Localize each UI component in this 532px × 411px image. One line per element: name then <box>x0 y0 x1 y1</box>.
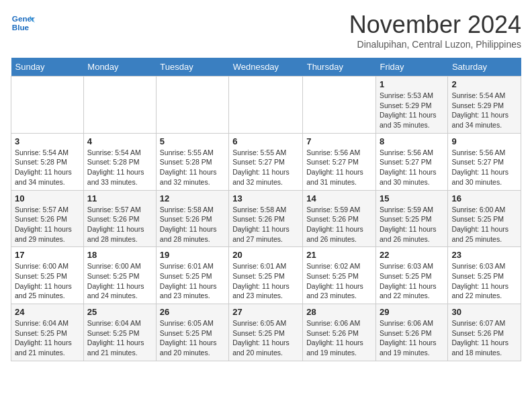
calendar-cell <box>229 77 303 134</box>
calendar-cell: 29Sunrise: 6:06 AM Sunset: 5:26 PM Dayli… <box>375 304 447 361</box>
month-title: November 2024 <box>349 11 521 39</box>
day-detail: Sunrise: 5:56 AM Sunset: 5:27 PM Dayligh… <box>451 148 517 187</box>
calendar-cell: 5Sunrise: 5:55 AM Sunset: 5:28 PM Daylig… <box>156 133 228 190</box>
day-number: 11 <box>87 193 152 203</box>
day-number: 30 <box>451 307 517 317</box>
calendar-cell: 17Sunrise: 6:00 AM Sunset: 5:25 PM Dayli… <box>11 247 84 304</box>
day-number: 1 <box>380 79 444 89</box>
calendar-cell: 13Sunrise: 5:58 AM Sunset: 5:26 PM Dayli… <box>229 190 303 247</box>
day-detail: Sunrise: 5:55 AM Sunset: 5:27 PM Dayligh… <box>232 148 299 187</box>
day-number: 6 <box>232 136 299 146</box>
day-detail: Sunrise: 6:03 AM Sunset: 5:25 PM Dayligh… <box>380 261 444 301</box>
day-number: 25 <box>87 307 152 317</box>
location: Dinalupihan, Central Luzon, Philippines <box>349 39 521 50</box>
calendar-cell: 22Sunrise: 6:03 AM Sunset: 5:25 PM Dayli… <box>375 247 447 304</box>
day-detail: Sunrise: 5:56 AM Sunset: 5:27 PM Dayligh… <box>380 148 444 187</box>
calendar-cell: 20Sunrise: 6:01 AM Sunset: 5:25 PM Dayli… <box>229 247 303 304</box>
logo: General Blue <box>11 11 35 35</box>
calendar-cell: 3Sunrise: 5:54 AM Sunset: 5:28 PM Daylig… <box>11 133 84 190</box>
header-day: Sunday <box>11 58 84 77</box>
day-number: 29 <box>380 307 444 317</box>
day-number: 13 <box>232 193 299 203</box>
day-number: 18 <box>87 250 152 260</box>
day-detail: Sunrise: 5:54 AM Sunset: 5:28 PM Dayligh… <box>87 148 152 187</box>
day-detail: Sunrise: 6:07 AM Sunset: 5:26 PM Dayligh… <box>451 318 517 358</box>
day-detail: Sunrise: 6:01 AM Sunset: 5:25 PM Dayligh… <box>232 261 299 301</box>
day-detail: Sunrise: 6:00 AM Sunset: 5:25 PM Dayligh… <box>15 261 80 301</box>
calendar-week: 24Sunrise: 6:04 AM Sunset: 5:25 PM Dayli… <box>11 304 521 361</box>
day-number: 14 <box>306 193 372 203</box>
page-header: General Blue November 2024 Dinalupihan, … <box>11 11 521 50</box>
calendar-cell: 21Sunrise: 6:02 AM Sunset: 5:25 PM Dayli… <box>303 247 376 304</box>
header-day: Monday <box>83 58 156 77</box>
calendar-table: SundayMondayTuesdayWednesdayThursdayFrid… <box>11 58 521 361</box>
day-detail: Sunrise: 6:00 AM Sunset: 5:25 PM Dayligh… <box>451 205 517 244</box>
day-detail: Sunrise: 5:56 AM Sunset: 5:27 PM Dayligh… <box>306 148 372 187</box>
calendar-cell: 16Sunrise: 6:00 AM Sunset: 5:25 PM Dayli… <box>448 190 521 247</box>
calendar-cell: 18Sunrise: 6:00 AM Sunset: 5:25 PM Dayli… <box>83 247 156 304</box>
day-number: 23 <box>451 250 517 260</box>
day-number: 17 <box>15 250 80 260</box>
calendar-cell: 10Sunrise: 5:57 AM Sunset: 5:26 PM Dayli… <box>11 190 84 247</box>
calendar-cell: 9Sunrise: 5:56 AM Sunset: 5:27 PM Daylig… <box>448 133 521 190</box>
day-detail: Sunrise: 5:57 AM Sunset: 5:26 PM Dayligh… <box>15 205 80 244</box>
day-number: 26 <box>160 307 225 317</box>
day-number: 15 <box>380 193 444 203</box>
day-number: 24 <box>15 307 80 317</box>
day-number: 21 <box>306 250 372 260</box>
day-number: 16 <box>451 193 517 203</box>
calendar-cell <box>83 77 156 134</box>
calendar-cell: 30Sunrise: 6:07 AM Sunset: 5:26 PM Dayli… <box>448 304 521 361</box>
day-number: 27 <box>232 307 299 317</box>
day-detail: Sunrise: 5:58 AM Sunset: 5:26 PM Dayligh… <box>160 205 225 244</box>
header-day: Friday <box>375 58 447 77</box>
calendar-cell: 15Sunrise: 5:59 AM Sunset: 5:25 PM Dayli… <box>375 190 447 247</box>
day-number: 22 <box>380 250 444 260</box>
calendar-cell: 11Sunrise: 5:57 AM Sunset: 5:26 PM Dayli… <box>83 190 156 247</box>
calendar-cell: 28Sunrise: 6:06 AM Sunset: 5:26 PM Dayli… <box>303 304 376 361</box>
svg-text:Blue: Blue <box>12 23 30 32</box>
day-detail: Sunrise: 5:55 AM Sunset: 5:28 PM Dayligh… <box>160 148 225 187</box>
day-number: 9 <box>451 136 517 146</box>
calendar-cell: 25Sunrise: 6:04 AM Sunset: 5:25 PM Dayli… <box>83 304 156 361</box>
day-detail: Sunrise: 6:01 AM Sunset: 5:25 PM Dayligh… <box>160 261 225 301</box>
header-day: Thursday <box>303 58 376 77</box>
calendar-cell <box>303 77 376 134</box>
day-number: 2 <box>451 79 517 89</box>
header-row: SundayMondayTuesdayWednesdayThursdayFrid… <box>11 58 521 77</box>
calendar-cell: 24Sunrise: 6:04 AM Sunset: 5:25 PM Dayli… <box>11 304 84 361</box>
day-number: 7 <box>306 136 372 146</box>
day-detail: Sunrise: 5:58 AM Sunset: 5:26 PM Dayligh… <box>232 205 299 244</box>
day-detail: Sunrise: 5:54 AM Sunset: 5:28 PM Dayligh… <box>15 148 80 187</box>
calendar-cell <box>156 77 228 134</box>
calendar-cell: 6Sunrise: 5:55 AM Sunset: 5:27 PM Daylig… <box>229 133 303 190</box>
day-detail: Sunrise: 6:06 AM Sunset: 5:26 PM Dayligh… <box>306 318 372 358</box>
day-detail: Sunrise: 5:57 AM Sunset: 5:26 PM Dayligh… <box>87 205 152 244</box>
day-number: 8 <box>380 136 444 146</box>
day-number: 12 <box>160 193 225 203</box>
day-number: 20 <box>232 250 299 260</box>
calendar-week: 10Sunrise: 5:57 AM Sunset: 5:26 PM Dayli… <box>11 190 521 247</box>
header-day: Tuesday <box>156 58 228 77</box>
day-number: 10 <box>15 193 80 203</box>
calendar-cell: 23Sunrise: 6:03 AM Sunset: 5:25 PM Dayli… <box>448 247 521 304</box>
day-detail: Sunrise: 6:05 AM Sunset: 5:25 PM Dayligh… <box>160 318 225 358</box>
day-detail: Sunrise: 6:03 AM Sunset: 5:25 PM Dayligh… <box>451 261 517 301</box>
day-number: 3 <box>15 136 80 146</box>
calendar-week: 1Sunrise: 5:53 AM Sunset: 5:29 PM Daylig… <box>11 77 521 134</box>
title-block: November 2024 Dinalupihan, Central Luzon… <box>349 11 521 50</box>
calendar-cell: 1Sunrise: 5:53 AM Sunset: 5:29 PM Daylig… <box>375 77 447 134</box>
day-detail: Sunrise: 5:53 AM Sunset: 5:29 PM Dayligh… <box>380 91 444 130</box>
logo-icon: General Blue <box>11 11 35 35</box>
day-number: 28 <box>306 307 372 317</box>
calendar-cell: 26Sunrise: 6:05 AM Sunset: 5:25 PM Dayli… <box>156 304 228 361</box>
calendar-week: 3Sunrise: 5:54 AM Sunset: 5:28 PM Daylig… <box>11 133 521 190</box>
day-detail: Sunrise: 6:00 AM Sunset: 5:25 PM Dayligh… <box>87 261 152 301</box>
day-detail: Sunrise: 6:06 AM Sunset: 5:26 PM Dayligh… <box>380 318 444 358</box>
header-day: Saturday <box>448 58 521 77</box>
calendar-cell: 2Sunrise: 5:54 AM Sunset: 5:29 PM Daylig… <box>448 77 521 134</box>
day-detail: Sunrise: 5:59 AM Sunset: 5:26 PM Dayligh… <box>306 205 372 244</box>
day-detail: Sunrise: 6:04 AM Sunset: 5:25 PM Dayligh… <box>15 318 80 358</box>
calendar-cell <box>11 77 84 134</box>
header-day: Wednesday <box>229 58 303 77</box>
